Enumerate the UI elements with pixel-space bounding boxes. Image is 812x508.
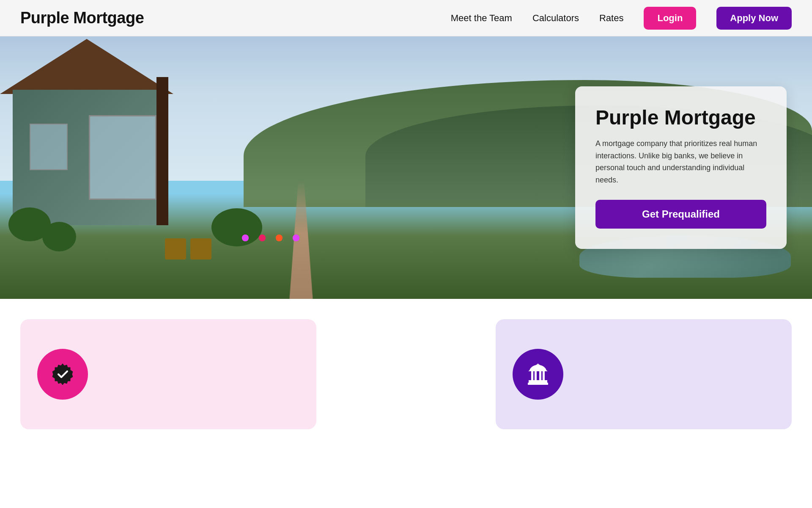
check-badge-icon	[50, 362, 75, 387]
get-prequalified-button[interactable]: Get Prequalified	[595, 200, 766, 229]
apply-now-button[interactable]: Apply Now	[716, 7, 792, 30]
bank-building-icon	[525, 362, 551, 387]
cards-section	[0, 299, 812, 429]
house-pillar	[156, 77, 168, 225]
chair-2	[190, 238, 211, 260]
svg-rect-4	[529, 380, 547, 383]
house-wall	[13, 90, 161, 225]
hero-section: Purple Mortgage A mortgage company that …	[0, 36, 812, 299]
house-large-window	[89, 115, 156, 200]
house-door-window	[30, 124, 68, 170]
shrub-2	[42, 222, 76, 251]
hero-description: A mortgage company that prioritizes real…	[595, 138, 766, 186]
house-roof	[0, 39, 173, 94]
hero-title: Purple Mortgage	[595, 107, 766, 129]
nav-rates[interactable]: Rates	[599, 13, 623, 24]
card-pink-icon-circle	[37, 349, 88, 400]
nav-calculators[interactable]: Calculators	[532, 13, 579, 24]
svg-rect-0	[531, 371, 533, 380]
svg-rect-1	[535, 371, 537, 380]
login-button[interactable]: Login	[644, 7, 696, 30]
nav: Meet the Team Calculators Rates Login Ap…	[451, 7, 792, 30]
house	[0, 47, 211, 225]
svg-rect-5	[528, 383, 548, 385]
card-purple-icon-circle	[513, 349, 563, 400]
logo: Purple Mortgage	[20, 9, 144, 27]
garden-flowers	[228, 229, 313, 246]
nav-meet-team[interactable]: Meet the Team	[451, 13, 512, 24]
hero-card: Purple Mortgage A mortgage company that …	[575, 86, 787, 249]
svg-rect-3	[543, 371, 545, 380]
card-purple	[496, 319, 792, 429]
svg-rect-2	[539, 371, 541, 380]
chair-1	[165, 238, 186, 260]
card-pink	[20, 319, 316, 429]
header: Purple Mortgage Meet the Team Calculator…	[0, 0, 812, 36]
